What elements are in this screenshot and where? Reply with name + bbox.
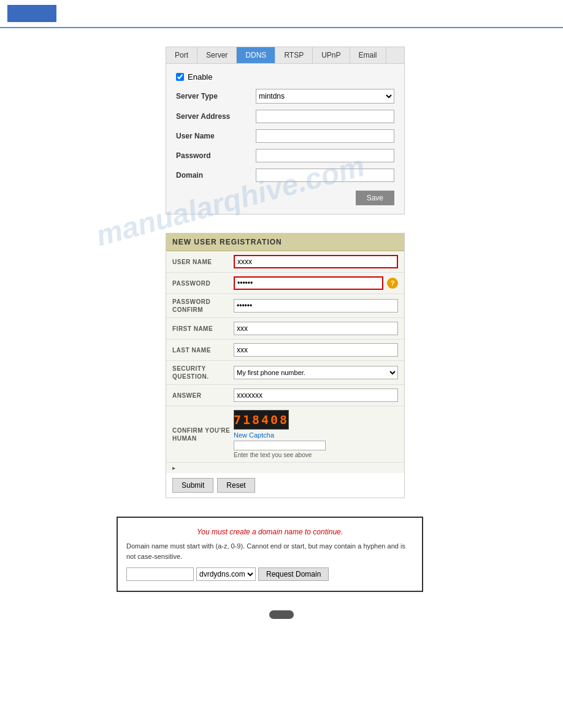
captcha-block: 718408 New Captcha Enter the text you se…: [234, 410, 326, 458]
tab-email[interactable]: Email: [350, 47, 386, 63]
captcha-label: CONFIRM YOU'REHUMAN: [172, 427, 234, 442]
captcha-input[interactable]: [234, 441, 326, 450]
domain-label: Domain: [176, 171, 256, 180]
first-name-row: FIRST NAME: [166, 318, 404, 339]
save-button[interactable]: Save: [356, 191, 394, 205]
answer-row: ANSWER: [166, 385, 404, 406]
domain-row: Domain: [176, 169, 394, 182]
password-label: Password: [176, 151, 256, 160]
security-question-label: SECURITYQUESTION.: [172, 365, 234, 381]
password-help-icon[interactable]: ?: [387, 278, 398, 289]
username-row: USER NAME: [166, 251, 404, 273]
domain-error-text: You must create a domain name to continu…: [126, 528, 413, 536]
user-name-input[interactable]: [256, 129, 394, 143]
first-name-label: FIRST NAME: [172, 325, 234, 333]
security-question-row: SECURITYQUESTION. My first phone number.: [166, 361, 404, 385]
password-input[interactable]: [256, 149, 394, 162]
arrow-row: ▸: [166, 463, 404, 473]
tabs-row: Port Server DDNS RTSP UPnP Email: [166, 47, 404, 64]
username-input[interactable]: [234, 255, 398, 268]
security-question-select[interactable]: My first phone number.: [234, 366, 398, 379]
server-type-select[interactable]: mintdns: [256, 89, 394, 104]
user-name-label: User Name: [176, 132, 256, 140]
page-dot: [269, 610, 294, 619]
enable-row: Enable: [176, 72, 394, 82]
reset-button[interactable]: Reset: [217, 478, 255, 493]
answer-label: ANSWER: [172, 392, 234, 400]
reg-footer: Submit Reset: [166, 473, 404, 498]
user-name-row: User Name: [176, 129, 394, 143]
ddns-panel: Port Server DDNS RTSP UPnP Email Enable …: [166, 47, 405, 214]
password-confirm-row: PASSWORDCONFIRM: [166, 294, 404, 318]
first-name-input[interactable]: [234, 322, 398, 335]
arrow-icon: ▸: [172, 464, 175, 471]
domain-input[interactable]: [256, 169, 394, 182]
captcha-note: Enter the text you see above: [234, 452, 326, 458]
password-confirm-label: PASSWORDCONFIRM: [172, 298, 234, 314]
server-type-label: Server Type: [176, 92, 256, 100]
domain-suffix-select[interactable]: dvrdydns.com: [196, 567, 256, 581]
answer-input[interactable]: [234, 389, 398, 402]
enable-label: Enable: [188, 72, 212, 82]
reg-body: USER NAME PASSWORD ? PASSWORDCONFIRM FIR…: [166, 251, 404, 473]
server-type-row: Server Type mintdns: [176, 89, 394, 104]
ddns-body: Enable Server Type mintdns Server Addres…: [166, 64, 404, 214]
password-row: Password: [176, 149, 394, 162]
logo: [7, 5, 56, 22]
reg-header: NEW USER REGISTRATION: [166, 233, 404, 251]
page-indicator: [0, 610, 563, 631]
registration-panel: NEW USER REGISTRATION USER NAME PASSWORD…: [166, 233, 405, 498]
last-name-row: LAST NAME: [166, 339, 404, 361]
reg-password-input[interactable]: [234, 276, 383, 290]
tab-server[interactable]: Server: [197, 47, 237, 63]
last-name-label: LAST NAME: [172, 346, 234, 354]
server-address-label: Server Address: [176, 112, 256, 121]
request-domain-button[interactable]: Request Domain: [258, 567, 329, 581]
server-address-row: Server Address: [176, 110, 394, 123]
submit-button[interactable]: Submit: [172, 478, 213, 493]
reg-password-label: PASSWORD: [172, 279, 234, 287]
tab-ddns[interactable]: DDNS: [237, 47, 275, 63]
new-captcha-link[interactable]: New Captcha: [234, 431, 326, 439]
domain-description: Domain name must start with (a-z, 0-9). …: [126, 541, 413, 561]
enable-checkbox[interactable]: [176, 73, 184, 81]
tab-rtsp[interactable]: RTSP: [275, 47, 313, 63]
captcha-image: 718408: [234, 410, 289, 430]
captcha-row: CONFIRM YOU'REHUMAN 718408 New Captcha E…: [166, 406, 404, 463]
username-label: USER NAME: [172, 258, 234, 266]
server-address-input[interactable]: [256, 110, 394, 123]
domain-input-row: dvrdydns.com Request Domain: [126, 567, 413, 581]
tab-port[interactable]: Port: [166, 47, 197, 63]
top-bar: [0, 0, 563, 28]
last-name-input[interactable]: [234, 343, 398, 357]
reg-password-row: PASSWORD ?: [166, 273, 404, 294]
domain-panel: You must create a domain name to continu…: [117, 517, 423, 592]
save-row: Save: [176, 191, 394, 205]
password-confirm-input[interactable]: [234, 299, 398, 313]
tab-upnp[interactable]: UPnP: [313, 47, 350, 63]
domain-name-input[interactable]: [126, 567, 194, 581]
